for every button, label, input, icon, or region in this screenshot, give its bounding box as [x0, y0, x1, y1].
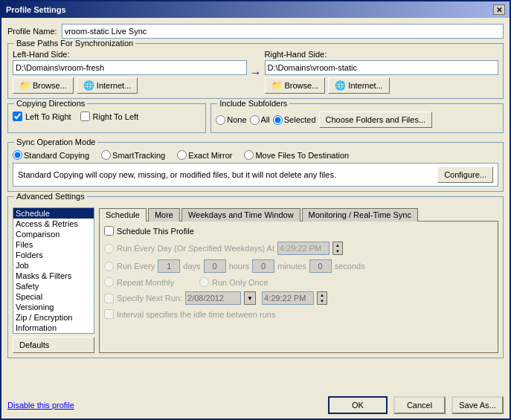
include-subfolders-group: Include Subfolders None All Selected [210, 103, 504, 133]
run-every-option: Run Every days hours minutes seconds [104, 259, 493, 273]
list-item[interactable]: Versioning [13, 302, 94, 312]
list-item[interactable]: Masks & Filters [13, 271, 94, 281]
seconds-input[interactable] [309, 259, 332, 273]
run-once-label: Run Only Once [212, 278, 268, 287]
specify-next-run-checkbox[interactable] [104, 294, 114, 303]
date-input[interactable] [185, 291, 241, 305]
defaults-label: Defaults [19, 340, 49, 349]
right-side-group: Right-Hand Side: Browse... Internet... [265, 50, 499, 94]
mirror-radio-item: Exact Mirror [177, 150, 232, 160]
standard-label: Standard Copying [24, 151, 89, 160]
sync-mode-title: Sync Operation Mode [14, 138, 97, 146]
time2-spinner-up[interactable]: ▲ [318, 292, 327, 298]
sync-mode-radios: Standard Copying SmartTracking Exact Mir… [13, 150, 498, 160]
list-item[interactable]: Special [13, 291, 94, 302]
left-path-input[interactable] [13, 60, 247, 75]
profile-name-input[interactable] [62, 24, 504, 39]
move-radio[interactable] [244, 150, 254, 160]
defaults-button[interactable]: Defaults [13, 337, 94, 353]
time2-input[interactable] [262, 291, 314, 305]
list-item[interactable]: Information [13, 323, 94, 333]
ok-button[interactable]: OK [328, 396, 388, 414]
arrow-container: → [250, 50, 262, 80]
save-as-button[interactable]: Save As... [451, 396, 504, 414]
mirror-radio[interactable] [177, 150, 187, 160]
advanced-settings-group: Advanced Settings ScheduleAccess & Retri… [7, 196, 504, 358]
left-btn-row: Browse... Internet... [13, 77, 247, 94]
copying-dir-title: Copying Directions [14, 99, 87, 108]
list-item[interactable]: Comparison [13, 229, 94, 239]
hours-input[interactable] [204, 259, 226, 273]
list-item[interactable]: Files [13, 239, 94, 250]
list-item[interactable]: Safety [13, 281, 94, 291]
repeat-monthly-option: Repeat Monthly Run Only Once [104, 277, 493, 287]
advanced-left-panel: ScheduleAccess & RetriesComparisonFilesF… [13, 207, 94, 353]
bottom-bar: Disable this profile OK Cancel Save As..… [1, 392, 510, 419]
tab-monitoring[interactable]: Monitoring / Real-Time Sync [302, 208, 418, 222]
smart-radio-item: SmartTracking [101, 150, 165, 160]
date-dropdown-btn[interactable]: ▼ [244, 291, 256, 305]
standard-radio[interactable] [13, 150, 22, 160]
tab-schedule[interactable]: Schedule [99, 208, 147, 222]
time-spinner-down[interactable]: ▼ [333, 248, 342, 254]
time2-spinner: ▲ ▼ [317, 291, 327, 305]
selected-radio[interactable] [273, 115, 283, 125]
smart-radio[interactable] [101, 150, 111, 160]
run-every-day-time[interactable] [277, 242, 330, 255]
subfolders-radio-row: None All Selected Choose Folders and Fil… [216, 112, 498, 128]
right-browse-button[interactable]: Browse... [265, 77, 326, 94]
specify-next-run-label: Specify Next Run: [117, 294, 182, 303]
close-button[interactable]: ✕ [493, 4, 505, 15]
time-spinner-up[interactable]: ▲ [333, 242, 342, 248]
all-radio[interactable] [250, 115, 260, 125]
standard-radio-item: Standard Copying [13, 150, 89, 160]
schedule-this-checkbox[interactable] [104, 226, 114, 236]
disable-profile-link[interactable]: Disable this profile [7, 401, 74, 410]
right-path-input[interactable] [265, 60, 499, 75]
specify-next-run-option: Specify Next Run: ▼ ▲ ▼ [104, 291, 493, 305]
schedule-this-label: Schedule This Profile [117, 227, 194, 236]
list-item[interactable]: Access & Retries [13, 219, 94, 229]
run-once-radio[interactable] [199, 277, 209, 287]
tab-more-label: More [155, 210, 173, 219]
left-side-label: Left-Hand Side: [13, 50, 247, 59]
tabs-bar: Schedule More Weekdays and Time Window M… [99, 207, 498, 222]
configure-button[interactable]: Configure... [437, 167, 493, 183]
left-internet-label: Internet... [97, 81, 131, 90]
list-item[interactable]: Job [13, 260, 94, 271]
left-browse-button[interactable]: Browse... [13, 77, 74, 94]
advanced-settings-title: Advanced Settings [14, 192, 87, 201]
days-label: days [183, 262, 200, 271]
days-input[interactable] [158, 259, 180, 273]
right-to-left-checkbox[interactable] [80, 112, 90, 121]
time2-spinner-down[interactable]: ▼ [318, 298, 327, 304]
repeat-monthly-radio[interactable] [104, 277, 114, 287]
none-radio[interactable] [216, 115, 225, 125]
smart-label: SmartTracking [112, 151, 165, 160]
choose-folders-button[interactable]: Choose Folders and Files... [319, 112, 433, 128]
tab-weekdays-label: Weekdays and Time Window [188, 210, 294, 219]
cancel-button[interactable]: Cancel [393, 396, 446, 414]
interval-checkbox[interactable] [104, 309, 114, 319]
time-spinner: ▲ ▼ [332, 242, 343, 255]
minutes-input[interactable] [252, 259, 274, 273]
tab-weekdays[interactable]: Weekdays and Time Window [181, 208, 301, 222]
left-to-right-checkbox[interactable] [13, 112, 22, 121]
base-paths-group: Base Paths For Synchronization Left-Hand… [7, 43, 504, 99]
hours-label: hours [229, 262, 250, 271]
list-item[interactable]: Folders [13, 250, 94, 260]
right-internet-button[interactable]: Internet... [328, 77, 389, 94]
list-item[interactable]: Zip / Encryption [13, 312, 94, 323]
title-bar: Profile Settings ✕ [1, 1, 510, 18]
tab-more[interactable]: More [148, 208, 180, 222]
advanced-list[interactable]: ScheduleAccess & RetriesComparisonFilesF… [13, 207, 94, 334]
list-item[interactable]: Schedule [13, 208, 94, 219]
copying-directions-group: Copying Directions Left To Right Right T… [7, 103, 206, 133]
sync-info-text: Standard Copying will copy new, missing,… [18, 170, 336, 179]
selected-label: Selected [284, 115, 316, 124]
run-every-radio[interactable] [104, 262, 114, 271]
interval-option: Interval specifies the idle time between… [104, 309, 493, 319]
run-every-day-radio[interactable] [104, 244, 114, 253]
left-internet-button[interactable]: Internet... [77, 77, 138, 94]
include-subfolders-title: Include Subfolders [217, 99, 289, 108]
